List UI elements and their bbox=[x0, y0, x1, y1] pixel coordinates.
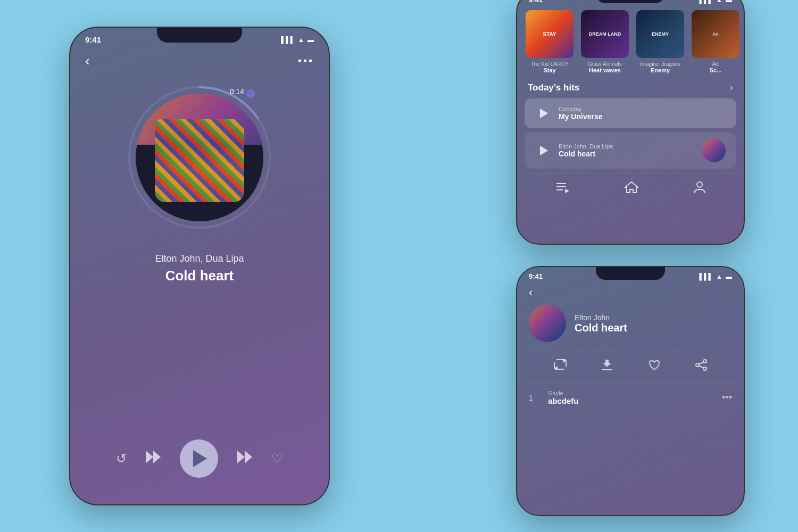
phone2-time: 9:41 bbox=[529, 0, 543, 4]
album-card-art[interactable]: Art Art Sc... bbox=[692, 10, 739, 73]
svg-marker-10 bbox=[625, 182, 638, 193]
album-thumb-art: Art bbox=[692, 10, 739, 58]
play-triangle-elton bbox=[540, 146, 548, 155]
battery-icon2: ▬ bbox=[726, 0, 732, 4]
svg-marker-2 bbox=[146, 451, 153, 463]
phone3-artist: Elton John bbox=[575, 313, 732, 322]
svg-point-17 bbox=[696, 363, 699, 367]
row-info-coldplay: Coldplay My Universe bbox=[552, 106, 726, 121]
track-name: abcdefu bbox=[548, 396, 713, 405]
album-circle: 0:14 bbox=[125, 83, 274, 232]
song-row-coldplay[interactable]: Coldplay My Universe bbox=[525, 98, 736, 128]
section-header-hits: Today's hits › bbox=[517, 73, 744, 98]
song-info: Elton John, Dua Lipa Cold heart bbox=[155, 253, 244, 284]
row-title-coldplay: My Universe bbox=[559, 112, 726, 121]
row-artist-coldplay: Coldplay bbox=[559, 106, 726, 112]
album-card-kid[interactable]: STAY The Kid LAROY Stay bbox=[526, 10, 573, 73]
player-controls: ↺ ♡ bbox=[116, 439, 283, 478]
play-button[interactable] bbox=[180, 439, 218, 478]
wifi-icon3: ▲ bbox=[716, 273, 722, 280]
svg-marker-5 bbox=[245, 451, 252, 463]
queue-nav-icon[interactable] bbox=[555, 181, 569, 193]
phone3-queue: 9:41 ▌▌▌ ▲ ▬ ‹ Elton John Cold heart bbox=[516, 266, 745, 516]
album-artist-kid: The Kid LAROY bbox=[530, 61, 568, 67]
thumb-imagine-art: ENEMY bbox=[636, 10, 684, 58]
repeat-button[interactable]: ↺ bbox=[116, 451, 127, 466]
phone2-status-icons: ▌▌▌ ▲ ▬ bbox=[700, 0, 732, 4]
song-artist: Elton John, Dua Lipa bbox=[155, 253, 244, 264]
heart-button[interactable]: ♡ bbox=[271, 451, 283, 466]
album-thumb-imagine: ENEMY bbox=[636, 10, 684, 58]
album-thumb-glass: DREAM LAND bbox=[581, 10, 629, 58]
track-more-button[interactable]: ••• bbox=[722, 392, 732, 403]
phone3-share-button[interactable] bbox=[695, 359, 708, 375]
album-artist-art: Art bbox=[712, 61, 719, 67]
section-arrow[interactable]: › bbox=[730, 82, 733, 93]
forward-button[interactable] bbox=[237, 451, 252, 467]
progress-dot[interactable] bbox=[246, 89, 255, 98]
song-title: Cold heart bbox=[155, 268, 244, 284]
svg-line-20 bbox=[699, 366, 703, 368]
row-title-elton: Cold heart bbox=[559, 149, 702, 158]
album-song-imagine: Enemy bbox=[651, 67, 670, 73]
phone3-status-icons: ▌▌▌ ▲ ▬ bbox=[700, 273, 732, 280]
svg-line-19 bbox=[699, 362, 703, 364]
profile-nav-icon[interactable] bbox=[694, 181, 705, 194]
thumb-art-art: Art bbox=[692, 10, 739, 58]
rewind-button[interactable] bbox=[146, 451, 161, 467]
progress-time: 0:14 bbox=[230, 87, 244, 96]
phone3-back-button[interactable]: ‹ bbox=[529, 286, 533, 300]
album-song-kid: Stay bbox=[543, 67, 555, 73]
phone3-download-button[interactable] bbox=[601, 359, 613, 375]
phone3-actions bbox=[525, 351, 736, 383]
album-art-figure bbox=[136, 94, 263, 221]
track-number: 1 bbox=[529, 394, 539, 402]
signal-icon: ▌▌▌ bbox=[281, 36, 295, 44]
phone3-album-thumb bbox=[529, 305, 566, 342]
phone3-repeat-button[interactable] bbox=[553, 359, 567, 375]
album-song-art: Sc... bbox=[710, 67, 722, 73]
phone2-bottom-nav bbox=[517, 173, 744, 204]
phone3-nav: ‹ bbox=[517, 280, 744, 305]
phone3-song-info: Elton John Cold heart bbox=[575, 313, 732, 334]
phone3-heart-button[interactable] bbox=[647, 359, 661, 375]
home-nav-icon[interactable] bbox=[625, 181, 638, 194]
album-art bbox=[136, 94, 263, 221]
wifi-icon2: ▲ bbox=[716, 0, 722, 4]
album-song-glass: Heat waves bbox=[589, 67, 621, 73]
phone3-song-header: Elton John Cold heart bbox=[517, 305, 744, 351]
svg-marker-3 bbox=[153, 451, 161, 463]
track-row-1[interactable]: 1 Gayle abcdefu ••• bbox=[517, 383, 744, 413]
wifi-icon: ▲ bbox=[298, 36, 304, 44]
svg-point-16 bbox=[703, 360, 706, 363]
thumb-glass-art: DREAM LAND bbox=[581, 10, 629, 58]
svg-marker-4 bbox=[237, 451, 245, 463]
song-row-elton[interactable]: Elton John, Dua Lipa Cold heart bbox=[525, 132, 736, 169]
row-play-coldplay[interactable] bbox=[535, 105, 552, 122]
album-artist-glass: Glass Animals bbox=[588, 61, 621, 67]
phone3-title: Cold heart bbox=[575, 322, 732, 334]
album-card-glass[interactable]: DREAM LAND Glass Animals Heat waves bbox=[581, 10, 629, 73]
play-icon bbox=[193, 450, 207, 467]
svg-point-11 bbox=[697, 182, 702, 187]
phone3-notch bbox=[596, 267, 665, 280]
phone1-notch bbox=[157, 28, 242, 43]
thumb-kid-art: STAY bbox=[526, 10, 573, 58]
phone1-time: 9:41 bbox=[85, 35, 101, 44]
mask-decoration bbox=[155, 119, 244, 202]
battery-icon3: ▬ bbox=[726, 273, 732, 280]
track-info: Gayle abcdefu bbox=[548, 390, 713, 405]
battery-icon: ▬ bbox=[307, 36, 314, 44]
phone1-nav: ‹ ••• bbox=[70, 44, 329, 78]
svg-rect-14 bbox=[602, 369, 612, 370]
phone3-time: 9:41 bbox=[529, 272, 543, 280]
back-button[interactable]: ‹ bbox=[85, 53, 90, 69]
album-thumb-kid: STAY bbox=[526, 10, 573, 58]
row-play-elton[interactable] bbox=[535, 142, 552, 159]
row-info-elton: Elton John, Dua Lipa Cold heart bbox=[552, 143, 702, 158]
phone1-player: 9:41 ▌▌▌ ▲ ▬ ‹ ••• 0:14 Elton John, Dua … bbox=[69, 27, 330, 505]
signal-icon3: ▌▌▌ bbox=[700, 273, 713, 280]
row-thumb-elton bbox=[702, 139, 726, 162]
more-options-button[interactable]: ••• bbox=[298, 55, 314, 67]
album-card-imagine[interactable]: ENEMY Imagine Dragons Enemy bbox=[636, 10, 684, 73]
